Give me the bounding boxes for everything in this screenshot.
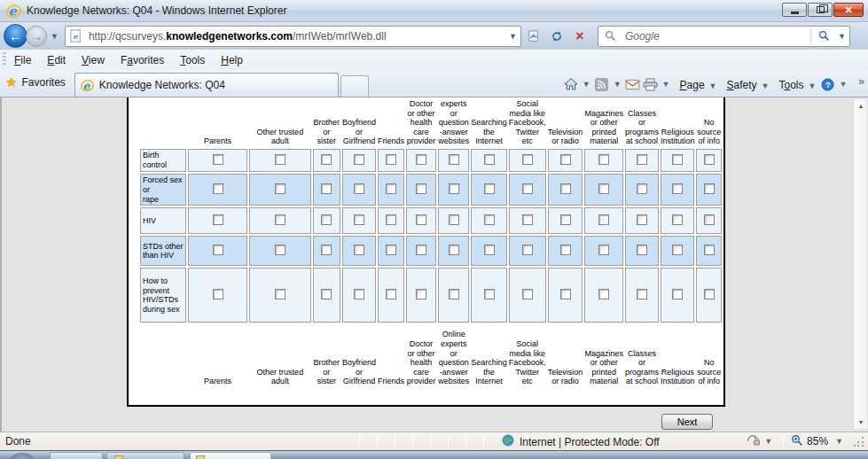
- checkbox-cell[interactable]: [249, 149, 310, 172]
- mail-icon[interactable]: [624, 76, 642, 92]
- checkbox[interactable]: [416, 245, 426, 255]
- back-button[interactable]: ←: [4, 24, 27, 48]
- checkbox-cell[interactable]: [548, 207, 583, 234]
- checkbox[interactable]: [704, 154, 715, 165]
- checkbox-cell[interactable]: [438, 174, 469, 206]
- checkbox[interactable]: [637, 289, 647, 300]
- checkbox-cell[interactable]: [378, 236, 404, 266]
- checkbox-cell[interactable]: [509, 149, 546, 172]
- checkbox-cell[interactable]: [406, 268, 436, 323]
- checkbox-cell[interactable]: [509, 268, 546, 323]
- checkbox-cell[interactable]: [509, 207, 546, 234]
- checkbox[interactable]: [213, 289, 223, 300]
- address-dropdown[interactable]: ▼: [505, 32, 520, 41]
- commandbar-page-button[interactable]: Page: [673, 79, 707, 91]
- start-orb[interactable]: [7, 453, 37, 459]
- checkbox-cell[interactable]: [249, 268, 310, 323]
- stop-button[interactable]: ×: [569, 26, 590, 47]
- checkbox[interactable]: [637, 214, 647, 225]
- checkbox-cell[interactable]: [438, 236, 469, 266]
- checkbox[interactable]: [560, 214, 571, 225]
- help-dropdown[interactable]: ▼: [836, 80, 849, 89]
- tools-dropdown[interactable]: ▼: [805, 82, 818, 90]
- minimize-button[interactable]: [782, 3, 807, 17]
- checkbox[interactable]: [522, 245, 533, 255]
- checkbox-cell[interactable]: [249, 236, 310, 266]
- checkbox[interactable]: [275, 245, 285, 255]
- menu-favorites[interactable]: Favorites: [113, 52, 172, 68]
- checkbox-cell[interactable]: [188, 174, 247, 206]
- checkbox-cell[interactable]: [406, 174, 436, 206]
- checkbox[interactable]: [354, 245, 364, 255]
- checkbox-cell[interactable]: [584, 236, 623, 266]
- checkbox[interactable]: [321, 245, 332, 255]
- checkbox[interactable]: [386, 289, 396, 300]
- checkbox-cell[interactable]: [696, 236, 722, 266]
- search-options-dropdown[interactable]: ▼: [834, 32, 849, 41]
- tab-knowledge-networks[interactable]: e Knowledge Networks: Q04: [74, 73, 339, 97]
- checkbox-cell[interactable]: [313, 174, 340, 206]
- checkbox[interactable]: [560, 154, 571, 165]
- checkbox[interactable]: [354, 183, 364, 194]
- checkbox-cell[interactable]: [625, 236, 659, 266]
- checkbox[interactable]: [386, 245, 396, 255]
- checkbox[interactable]: [275, 154, 285, 165]
- maximize-button[interactable]: [808, 3, 833, 17]
- checkbox[interactable]: [598, 183, 609, 194]
- checkbox-cell[interactable]: [661, 207, 695, 234]
- checkbox-cell[interactable]: [584, 174, 623, 206]
- checkbox[interactable]: [637, 245, 647, 255]
- scroll-up-icon[interactable]: ▲: [854, 103, 868, 109]
- checkbox[interactable]: [522, 183, 533, 194]
- checkbox-cell[interactable]: [378, 149, 404, 172]
- checkbox[interactable]: [672, 214, 683, 225]
- checkbox[interactable]: [704, 289, 715, 300]
- checkbox-cell[interactable]: [584, 149, 623, 172]
- checkbox[interactable]: [522, 289, 533, 300]
- checkbox[interactable]: [386, 154, 396, 165]
- help-icon[interactable]: ?: [818, 76, 836, 92]
- taskbar-button[interactable]: [106, 452, 184, 459]
- commandbar-tools-button[interactable]: Tools: [771, 79, 805, 91]
- checkbox-cell[interactable]: [471, 149, 507, 172]
- resize-grip[interactable]: [854, 436, 864, 447]
- checkbox[interactable]: [672, 154, 683, 165]
- safety-dropdown[interactable]: ▼: [759, 82, 772, 90]
- checkbox-cell[interactable]: [406, 149, 436, 172]
- checkbox[interactable]: [386, 183, 396, 194]
- checkbox-cell[interactable]: [406, 236, 436, 266]
- checkbox-cell[interactable]: [438, 149, 469, 172]
- home-icon[interactable]: [562, 76, 580, 92]
- checkbox[interactable]: [672, 183, 683, 194]
- close-button[interactable]: ✕: [833, 3, 864, 17]
- checkbox[interactable]: [484, 154, 495, 165]
- recent-pages-dropdown[interactable]: ▼: [47, 32, 62, 41]
- checkbox[interactable]: [484, 214, 495, 225]
- checkbox[interactable]: [672, 245, 683, 255]
- checkbox[interactable]: [598, 245, 609, 255]
- checkbox[interactable]: [354, 214, 364, 225]
- checkbox-cell[interactable]: [661, 236, 695, 266]
- checkbox-cell[interactable]: [188, 149, 247, 172]
- next-button[interactable]: Next: [661, 414, 713, 430]
- checkbox-cell[interactable]: [625, 268, 659, 323]
- checkbox-cell[interactable]: [471, 236, 507, 266]
- checkbox-cell[interactable]: [548, 174, 583, 206]
- checkbox-cell[interactable]: [548, 149, 583, 172]
- checkbox-cell[interactable]: [313, 236, 340, 266]
- address-bar[interactable]: e http://qcsurveys.knowledgenetworks.com…: [65, 26, 521, 47]
- checkbox[interactable]: [484, 183, 495, 194]
- checkbox-cell[interactable]: [188, 207, 247, 234]
- checkbox[interactable]: [704, 245, 715, 255]
- checkbox-cell[interactable]: [696, 174, 722, 206]
- search-placeholder[interactable]: Google: [625, 30, 810, 43]
- checkbox-cell[interactable]: [625, 149, 659, 172]
- checkbox[interactable]: [213, 183, 223, 194]
- checkbox[interactable]: [321, 289, 332, 300]
- checkbox[interactable]: [275, 214, 285, 225]
- url-text[interactable]: http://qcsurveys.knowledgenetworks.com/m…: [89, 30, 505, 43]
- zoom-dropdown[interactable]: ▼: [832, 437, 847, 446]
- checkbox[interactable]: [560, 245, 571, 255]
- checkbox-cell[interactable]: [438, 207, 469, 234]
- page-dropdown[interactable]: ▼: [707, 82, 720, 90]
